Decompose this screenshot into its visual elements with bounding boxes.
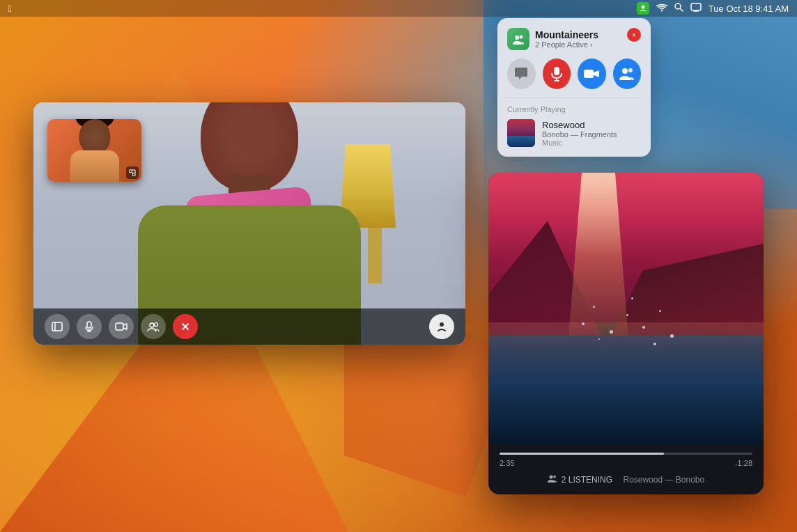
music-time-row: 2:35 -1:28 — [500, 459, 752, 467]
music-progress-fill — [500, 453, 664, 455]
svg-point-22 — [520, 36, 523, 39]
sidebar-icon — [52, 321, 63, 332]
shareplay-close-button[interactable]: × — [627, 28, 641, 42]
music-player-card: 2:35 -1:28 2 LISTENING Rosewood — Bonobo — [488, 173, 764, 494]
facetime-shareplay-indicator[interactable] — [429, 314, 454, 339]
music-listening-count: 2 LISTENING — [562, 475, 612, 485]
pip-expand-button[interactable] — [126, 166, 139, 179]
shareplay-card-header: Mountaineers 2 People Active › × — [507, 28, 641, 50]
facetime-video-button[interactable] — [109, 314, 134, 339]
music-info: Rosewood Bonobo — Fragments Music — [542, 120, 617, 147]
music-thumbnail — [507, 119, 535, 147]
svg-point-30 — [553, 476, 556, 478]
music-type: Music — [542, 139, 617, 147]
facetime-end-call-button[interactable] — [173, 314, 198, 339]
music-artist-album: Bonobo — Fragments — [542, 130, 617, 139]
wifi-icon[interactable] — [656, 3, 667, 14]
facetime-controls-bar — [33, 308, 465, 345]
shareplay-icon-svg — [639, 4, 647, 13]
facetime-people-button[interactable] — [141, 314, 166, 339]
currently-playing-label: Currently Playing — [507, 105, 641, 114]
video-action-icon — [583, 68, 600, 80]
facetime-sidebar-button[interactable] — [45, 314, 70, 339]
shareplay-mic-button[interactable] — [543, 58, 571, 89]
search-icon[interactable] — [674, 3, 683, 14]
shareplay-title-group: Mountaineers 2 People Active › — [535, 29, 598, 49]
svg-rect-6 — [130, 170, 132, 173]
music-listening-row: 2 LISTENING Rosewood — Bonobo — [500, 474, 752, 485]
svg-point-16 — [150, 323, 154, 327]
thumb-water — [507, 136, 535, 147]
svg-point-17 — [155, 323, 158, 327]
video-icon — [115, 322, 127, 331]
facetime-video-main — [33, 102, 465, 345]
menubar-datetime[interactable]: Tue Oct 18 9:41 AM — [709, 3, 789, 14]
menubar-right: Tue Oct 18 9:41 AM — [637, 2, 789, 15]
listening-people-icon — [548, 474, 557, 485]
svg-rect-10 — [52, 322, 62, 331]
svg-rect-7 — [133, 173, 136, 176]
pip-head — [79, 119, 110, 154]
pip-shirt — [70, 150, 119, 182]
currently-playing-section: Currently Playing Rosewood Bonobo — Frag… — [507, 97, 641, 147]
svg-rect-12 — [87, 322, 91, 328]
shareplay-video-button[interactable] — [578, 58, 606, 89]
menubar-left:  — [8, 3, 12, 14]
facetime-mic-button[interactable] — [77, 314, 102, 339]
facetime-window — [33, 102, 465, 345]
thumb-sky — [507, 119, 535, 136]
end-call-icon — [181, 322, 189, 331]
svg-rect-3 — [691, 3, 701, 10]
facetime-pip[interactable] — [47, 119, 141, 182]
svg-point-29 — [549, 476, 552, 479]
album-art — [488, 173, 764, 444]
music-progress-bar[interactable] — [500, 453, 752, 455]
svg-point-0 — [641, 6, 644, 9]
music-song-artist: Rosewood — Bonobo — [623, 475, 704, 485]
people-action-icon — [619, 67, 635, 81]
music-time-elapsed: 2:35 — [500, 459, 514, 467]
shareplay-action-buttons — [507, 58, 641, 89]
menubar:  — [0, 0, 797, 17]
mic-action-icon — [550, 66, 563, 81]
svg-point-28 — [628, 68, 633, 72]
chat-icon — [513, 67, 529, 81]
svg-point-21 — [515, 36, 519, 40]
shareplay-people-button[interactable] — [613, 58, 642, 89]
svg-point-27 — [622, 68, 628, 74]
mic-icon — [84, 321, 94, 332]
shareplay-people-count[interactable]: 2 People Active › — [535, 40, 598, 49]
svg-rect-15 — [116, 323, 123, 330]
svg-rect-23 — [554, 67, 559, 75]
shareplay-indicator-icon — [436, 321, 447, 332]
shareplay-notification-card: Mountaineers 2 People Active › × — [497, 18, 651, 157]
shareplay-header-left: Mountaineers 2 People Active › — [507, 28, 598, 50]
currently-playing-row: Rosewood Bonobo — Fragments Music — [507, 119, 641, 147]
shareplay-menubar-icon[interactable] — [637, 2, 649, 15]
album-art-background — [488, 173, 764, 444]
shareplay-group-name: Mountaineers — [535, 29, 598, 41]
music-time-remaining: -1:28 — [735, 459, 752, 467]
music-player-controls: 2:35 -1:28 2 LISTENING Rosewood — Bonobo — [488, 444, 764, 494]
svg-point-1 — [675, 3, 681, 9]
music-title: Rosewood — [542, 120, 617, 130]
album-art-sparkles — [571, 281, 681, 363]
svg-point-20 — [440, 322, 444, 327]
people-icon — [147, 322, 160, 331]
svg-rect-26 — [584, 70, 594, 78]
apple-logo[interactable]:  — [8, 3, 12, 14]
music-listening-song — [617, 475, 619, 485]
screen-icon[interactable] — [690, 3, 702, 14]
shareplay-group-icon — [507, 28, 529, 50]
shareplay-chat-button[interactable] — [507, 58, 536, 89]
svg-line-2 — [680, 9, 683, 12]
music-thumb-image — [507, 119, 535, 147]
